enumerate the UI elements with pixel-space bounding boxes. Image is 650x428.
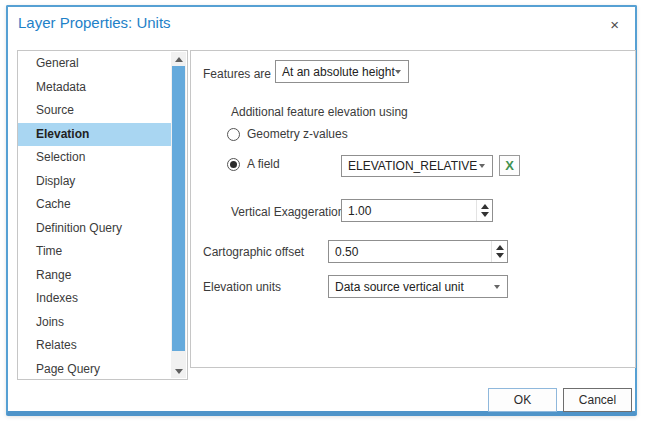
field-dropdown-value: ELEVATION_RELATIVE <box>348 159 477 173</box>
radio-a-field[interactable]: A field <box>227 157 280 171</box>
radio-geometry-z-values[interactable]: Geometry z-values <box>227 127 348 141</box>
sidebar-item-page-query[interactable]: Page Query <box>18 358 171 381</box>
radio-unchecked-icon <box>227 128 240 141</box>
chevron-down-icon <box>494 285 500 289</box>
layer-properties-dialog: Layer Properties: Units × General Metada… <box>6 5 637 416</box>
radio-checked-icon <box>227 158 240 171</box>
sidebar-item-time[interactable]: Time <box>18 240 171 264</box>
chevron-down-icon <box>395 70 401 74</box>
spinner-arrows-icon[interactable] <box>491 241 507 262</box>
sidebar-item-range[interactable]: Range <box>18 264 171 288</box>
expression-x-icon: X <box>505 158 514 173</box>
sidebar-item-metadata[interactable]: Metadata <box>18 76 171 100</box>
ok-button[interactable]: OK <box>488 388 557 412</box>
cancel-button[interactable]: Cancel <box>563 388 632 412</box>
sidebar-item-general[interactable]: General <box>18 52 171 76</box>
elevation-units-value: Data source vertical unit <box>335 280 464 294</box>
cartographic-offset-input[interactable]: 0.50 <box>328 240 508 263</box>
sidebar-item-joins[interactable]: Joins <box>18 311 171 335</box>
properties-category-list: General Metadata Source Elevation Select… <box>17 50 188 380</box>
field-dropdown[interactable]: ELEVATION_RELATIVE <box>341 155 493 177</box>
set-expression-button[interactable]: X <box>499 155 520 176</box>
spinner-arrows-icon[interactable] <box>476 200 492 221</box>
features-are-value: At an absolute height <box>282 65 395 79</box>
scroll-up-icon[interactable] <box>171 52 186 66</box>
vertical-exaggeration-label: Vertical Exaggeration <box>231 205 344 219</box>
chevron-down-icon <box>479 164 485 168</box>
vertical-exaggeration-value: 1.00 <box>348 204 371 218</box>
dialog-title: Layer Properties: Units <box>18 14 171 31</box>
features-are-label: Features are <box>203 67 271 81</box>
sidebar-item-indexes[interactable]: Indexes <box>18 287 171 311</box>
elevation-units-label: Elevation units <box>203 280 281 294</box>
close-icon[interactable]: × <box>610 17 619 32</box>
elevation-units-dropdown[interactable]: Data source vertical unit <box>328 275 508 298</box>
sidebar-item-display[interactable]: Display <box>18 170 171 194</box>
category-items: General Metadata Source Elevation Select… <box>18 52 171 380</box>
sidebar-item-source[interactable]: Source <box>18 99 171 123</box>
radio-field-label: A field <box>247 157 280 171</box>
sidebar-scrollbar[interactable] <box>171 52 186 378</box>
elevation-settings-panel: Features are At an absolute height Addit… <box>190 50 636 368</box>
features-are-dropdown[interactable]: At an absolute height <box>275 60 409 83</box>
scroll-down-icon[interactable] <box>171 364 186 378</box>
scrollbar-thumb[interactable] <box>172 66 185 351</box>
additional-elevation-label: Additional feature elevation using <box>231 105 408 119</box>
sidebar-item-selection[interactable]: Selection <box>18 146 171 170</box>
cartographic-offset-label: Cartographic offset <box>203 245 304 259</box>
vertical-exaggeration-input[interactable]: 1.00 <box>341 199 493 222</box>
radio-geometry-label: Geometry z-values <box>247 127 348 141</box>
sidebar-item-relates[interactable]: Relates <box>18 334 171 358</box>
sidebar-item-definition-query[interactable]: Definition Query <box>18 217 171 241</box>
sidebar-item-elevation[interactable]: Elevation <box>18 123 171 147</box>
sidebar-item-cache[interactable]: Cache <box>18 193 171 217</box>
cartographic-offset-value: 0.50 <box>335 245 358 259</box>
